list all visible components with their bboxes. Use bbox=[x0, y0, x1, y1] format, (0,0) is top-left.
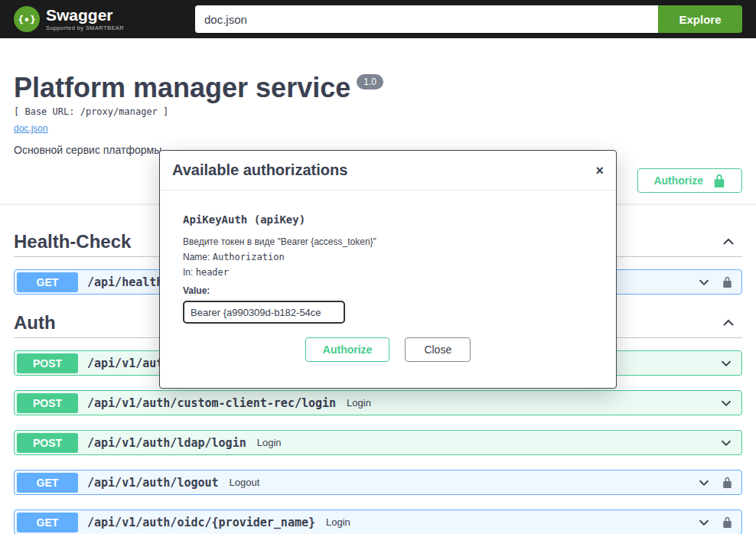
row-icons bbox=[697, 516, 739, 529]
endpoint-row[interactable]: GET /api/v1/auth/logout Logout bbox=[14, 470, 742, 495]
lock-icon[interactable] bbox=[722, 477, 733, 488]
authorizations-modal: Available authorizations × ApiKeyAuth (a… bbox=[159, 150, 617, 389]
lock-icon bbox=[712, 174, 726, 187]
brand-subtitle: Supported by SMARTBEAR bbox=[46, 25, 124, 31]
version-badge: 1.0 bbox=[357, 74, 383, 90]
spec-link[interactable]: doc.json bbox=[14, 123, 48, 134]
endpoint-summary: Logout bbox=[230, 477, 260, 488]
endpoint-path: /api/v1/auth/logout bbox=[87, 476, 219, 490]
modal-authorize-button[interactable]: Authorize bbox=[305, 337, 390, 362]
spec-url-form: Explore bbox=[195, 5, 742, 33]
brand-text: Swagger Supported by SMARTBEAR bbox=[46, 7, 124, 31]
chevron-up-icon[interactable] bbox=[721, 234, 736, 249]
swagger-logo-icon: {∙} bbox=[14, 6, 40, 32]
row-icons bbox=[719, 357, 739, 370]
row-icons bbox=[719, 396, 739, 410]
auth-name-label: Name: bbox=[183, 252, 210, 262]
page-title: Platform manager service1.0 bbox=[14, 72, 742, 103]
chevron-up-icon[interactable] bbox=[721, 315, 736, 330]
lock-icon[interactable] bbox=[722, 516, 733, 528]
modal-actions: Authorize Close bbox=[183, 337, 593, 362]
auth-name-value: Authorization bbox=[213, 252, 285, 262]
endpoint-row[interactable]: POST /api/v1/auth/ldap/login Login bbox=[14, 430, 742, 455]
row-icons bbox=[697, 476, 739, 490]
modal-header: Available authorizations × bbox=[160, 151, 616, 190]
modal-body: ApiKeyAuth (apiKey) Введите токен в виде… bbox=[160, 190, 616, 388]
endpoint-path: /api/health- bbox=[87, 275, 170, 289]
endpoint-path: /api/v1/auth/custom-client-rec/login bbox=[87, 396, 336, 410]
token-input[interactable] bbox=[183, 301, 345, 324]
endpoint-summary: Login bbox=[347, 397, 371, 409]
endpoint-row[interactable]: GET /api/v1/auth/oidc/{provider_name} Lo… bbox=[14, 510, 742, 534]
endpoint-row[interactable]: POST /api/v1/auth/custom-client-rec/logi… bbox=[14, 390, 742, 415]
authorize-button-label: Authorize bbox=[653, 174, 703, 187]
auth-name-row: Name: Authorization bbox=[183, 252, 593, 262]
endpoint-summary: Login bbox=[257, 437, 282, 448]
chevron-down-icon[interactable] bbox=[697, 516, 711, 529]
method-badge: GET bbox=[17, 513, 78, 532]
method-badge: POST bbox=[17, 353, 78, 373]
page-title-text: Platform manager service bbox=[14, 72, 350, 103]
brand-name: Swagger bbox=[46, 7, 124, 24]
api-info: Platform manager service1.0 [ Base URL: … bbox=[0, 38, 756, 156]
chevron-down-icon[interactable] bbox=[719, 357, 733, 370]
swagger-brand[interactable]: {∙} Swagger Supported by SMARTBEAR bbox=[14, 6, 124, 32]
method-badge: GET bbox=[17, 473, 78, 493]
chevron-down-icon[interactable] bbox=[719, 396, 733, 410]
endpoint-summary: Login bbox=[326, 516, 350, 528]
auth-in-row: In: header bbox=[183, 267, 593, 278]
row-icons bbox=[697, 275, 739, 289]
chevron-down-icon[interactable] bbox=[697, 476, 711, 490]
auth-value-label: Value: bbox=[183, 285, 593, 296]
endpoint-path: /api/v1/auth/oidc/{provider_name} bbox=[87, 516, 315, 529]
modal-title: Available authorizations bbox=[172, 161, 347, 179]
chevron-down-icon[interactable] bbox=[697, 275, 711, 289]
lock-icon[interactable] bbox=[722, 276, 733, 288]
modal-close-button[interactable]: Close bbox=[405, 337, 471, 362]
auth-scheme-description: Введите токен в виде "Bearer {access_tok… bbox=[183, 236, 593, 247]
row-icons bbox=[719, 436, 739, 450]
topbar: {∙} Swagger Supported by SMARTBEAR Explo… bbox=[0, 0, 756, 38]
endpoint-path: /api/v1/auth/ldap/login bbox=[87, 436, 246, 450]
base-url: [ Base URL: /proxy/manager ] bbox=[14, 106, 742, 117]
authorize-button[interactable]: Authorize bbox=[637, 168, 742, 193]
method-badge: POST bbox=[17, 393, 78, 413]
section-title: Auth bbox=[14, 313, 56, 333]
auth-in-label: In: bbox=[183, 267, 193, 278]
auth-in-value: header bbox=[196, 267, 229, 278]
chevron-down-icon[interactable] bbox=[719, 436, 733, 450]
modal-close-icon[interactable]: × bbox=[595, 164, 604, 177]
spec-url-input[interactable] bbox=[195, 5, 658, 33]
method-badge: GET bbox=[17, 272, 78, 292]
method-badge: POST bbox=[17, 433, 78, 453]
explore-button[interactable]: Explore bbox=[658, 5, 742, 33]
section-title: Health-Check bbox=[14, 232, 131, 252]
auth-scheme-title: ApiKeyAuth (apiKey) bbox=[183, 213, 593, 226]
